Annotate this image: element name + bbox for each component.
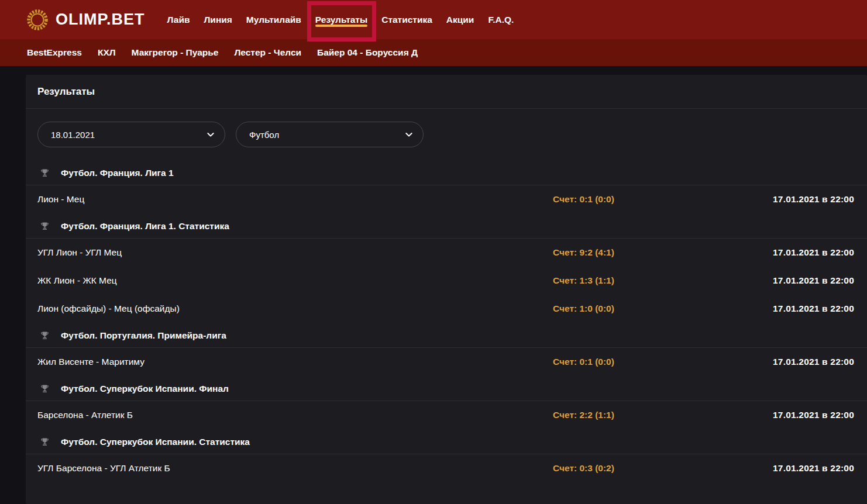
result-row: Барселона - Атлетик Б Счет: 2:2 (1:1) 17… <box>26 401 867 429</box>
league-title: Футбол. Португалия. Примейра-лига <box>61 330 226 341</box>
match-teams: Барселона - Атлетик Б <box>37 410 553 420</box>
sport-select-value: Футбол <box>249 130 279 140</box>
active-tab-underline <box>315 25 367 27</box>
match-datetime: 17.01.2021 в 22:00 <box>773 463 854 474</box>
logo[interactable]: OLIMP.BET <box>26 8 145 32</box>
league-header: Футбол. Суперкубок Испании. Статистика <box>26 429 867 454</box>
page-title: Результаты <box>26 75 867 109</box>
subnav-item-label: Байер 04 - Боруссия Д <box>317 47 418 57</box>
trophy-icon <box>40 331 50 341</box>
result-row: Жил Висенте - Маритиму Счет: 0:1 (0:0) 1… <box>26 348 867 376</box>
match-datetime: 17.01.2021 в 22:00 <box>773 247 854 258</box>
match-teams: УГЛ Лион - УГЛ Мец <box>37 247 553 258</box>
subnav-item-label: КХЛ <box>98 47 116 57</box>
league-header: Футбол. Франция. Лига 1. Статистика <box>26 213 867 239</box>
nav-item-multilive[interactable]: Мультилайв <box>239 0 308 39</box>
trophy-icon <box>40 222 50 232</box>
nav-item-label: Результаты <box>315 15 367 25</box>
league-header: Футбол. Португалия. Примейра-лига <box>26 323 867 348</box>
match-teams: ЖК Лион - ЖК Мец <box>37 275 553 286</box>
match-score: Счет: 0:1 (0:0) <box>553 357 773 367</box>
result-row: Лион - Мец Счет: 0:1 (0:0) 17.01.2021 в … <box>26 185 867 213</box>
date-select-value: 18.01.2021 <box>51 130 95 140</box>
league-matches: Барселона - Атлетик Б Счет: 2:2 (1:1) 17… <box>26 401 867 429</box>
match-score: Счет: 9:2 (4:1) <box>553 247 773 258</box>
league-group: Футбол. Суперкубок Испании. Финал Барсел… <box>26 376 867 429</box>
result-row: Лион (офсайды) - Мец (офсайды) Счет: 1:0… <box>26 295 867 323</box>
main-nav: Лайв Линия Мультилайв Результаты Статист… <box>160 0 521 39</box>
nav-item-statistics[interactable]: Статистика <box>374 0 439 39</box>
match-score: Счет: 2:2 (1:1) <box>553 410 773 420</box>
nav-item-promotions[interactable]: Акции <box>439 0 481 39</box>
league-title: Футбол. Франция. Лига 1 <box>61 168 174 178</box>
top-navigation-bar: OLIMP.BET Лайв Линия Мультилайв Результа… <box>0 0 867 39</box>
league-group: Футбол. Суперкубок Испании. Статистика У… <box>26 429 867 482</box>
nav-item-live[interactable]: Лайв <box>160 0 197 39</box>
match-teams: Жил Висенте - Маритиму <box>37 357 553 367</box>
nav-item-label: Акции <box>446 15 474 25</box>
logo-wreath-icon <box>26 8 49 32</box>
match-datetime: 17.01.2021 в 22:00 <box>773 357 854 367</box>
subnav-item-leicester-chelsea[interactable]: Лестер - Челси <box>234 47 305 58</box>
match-datetime: 17.01.2021 в 22:00 <box>773 194 854 205</box>
league-matches: Лион - Мец Счет: 0:1 (0:0) 17.01.2021 в … <box>26 185 867 213</box>
league-header: Футбол. Франция. Лига 1 <box>26 160 867 185</box>
league-matches: Жил Висенте - Маритиму Счет: 0:1 (0:0) 1… <box>26 348 867 376</box>
chevron-down-icon <box>206 130 215 139</box>
league-matches: УГЛ Барселона - УГЛ Атлетик Б Счет: 0:3 … <box>26 454 867 482</box>
league-title: Футбол. Суперкубок Испании. Финал <box>61 384 229 394</box>
nav-item-line[interactable]: Линия <box>197 0 239 39</box>
subnav-item-label: Лестер - Челси <box>234 47 301 57</box>
match-teams: Лион (офсайды) - Мец (офсайды) <box>37 303 553 314</box>
subnav-item-bestexpress[interactable]: BestExpress <box>27 47 85 58</box>
nav-item-label: Линия <box>204 15 232 25</box>
match-score: Счет: 0:3 (0:2) <box>553 463 773 474</box>
match-score: Счет: 0:1 (0:0) <box>553 194 773 205</box>
match-score: Счет: 1:3 (1:1) <box>553 275 773 286</box>
nav-item-label: Мультилайв <box>246 15 301 25</box>
trophy-icon <box>40 384 50 394</box>
league-title: Футбол. Суперкубок Испании. Статистика <box>61 437 250 447</box>
match-datetime: 17.01.2021 в 22:00 <box>773 275 854 286</box>
match-teams: Лион - Мец <box>37 194 553 205</box>
trophy-icon <box>40 437 50 447</box>
trophy-icon <box>40 168 50 178</box>
match-score: Счет: 1:0 (0:0) <box>553 303 773 314</box>
subnav-item-label: Макгрегор - Пуарье <box>132 47 219 57</box>
league-group: Футбол. Франция. Лига 1. Статистика УГЛ … <box>26 213 867 323</box>
sport-select[interactable]: Футбол <box>236 122 424 147</box>
nav-item-label: Статистика <box>381 15 432 25</box>
filters-row: 18.01.2021 Футбол <box>26 109 867 160</box>
match-teams: УГЛ Барселона - УГЛ Атлетик Б <box>37 463 553 474</box>
match-datetime: 17.01.2021 в 22:00 <box>773 303 854 314</box>
match-datetime: 17.01.2021 в 22:00 <box>773 410 854 420</box>
date-select[interactable]: 18.01.2021 <box>37 122 225 147</box>
nav-item-label: F.A.Q. <box>488 15 514 25</box>
nav-item-label: Лайв <box>167 15 190 25</box>
logo-text: OLIMP.BET <box>56 11 145 29</box>
result-row: ЖК Лион - ЖК Мец Счет: 1:3 (1:1) 17.01.2… <box>26 267 867 295</box>
league-matches: УГЛ Лион - УГЛ Мец Счет: 9:2 (4:1) 17.01… <box>26 239 867 323</box>
nav-item-faq[interactable]: F.A.Q. <box>481 0 521 39</box>
chevron-down-icon <box>404 130 414 139</box>
subnav-item-khl[interactable]: КХЛ <box>98 47 119 58</box>
league-group: Футбол. Португалия. Примейра-лига Жил Ви… <box>26 323 867 376</box>
subnav-item-label: BestExpress <box>27 47 82 57</box>
results-panel: Результаты 18.01.2021 Футбол Футбол. Фра… <box>26 75 867 504</box>
featured-events-bar: BestExpress КХЛ Макгрегор - Пуарье Лесте… <box>0 39 867 66</box>
league-group: Футбол. Франция. Лига 1 Лион - Мец Счет:… <box>26 160 867 213</box>
nav-item-results[interactable]: Результаты <box>308 0 374 39</box>
result-row: УГЛ Барселона - УГЛ Атлетик Б Счет: 0:3 … <box>26 454 867 482</box>
results-list: Футбол. Франция. Лига 1 Лион - Мец Счет:… <box>26 160 867 482</box>
league-title: Футбол. Франция. Лига 1. Статистика <box>61 221 229 232</box>
subnav-item-mcgregor-poirier[interactable]: Макгрегор - Пуарье <box>132 47 222 58</box>
league-header: Футбол. Суперкубок Испании. Финал <box>26 376 867 401</box>
result-row: УГЛ Лион - УГЛ Мец Счет: 9:2 (4:1) 17.01… <box>26 239 867 267</box>
subnav-item-bayer04-borussia-d[interactable]: Байер 04 - Боруссия Д <box>317 47 421 58</box>
